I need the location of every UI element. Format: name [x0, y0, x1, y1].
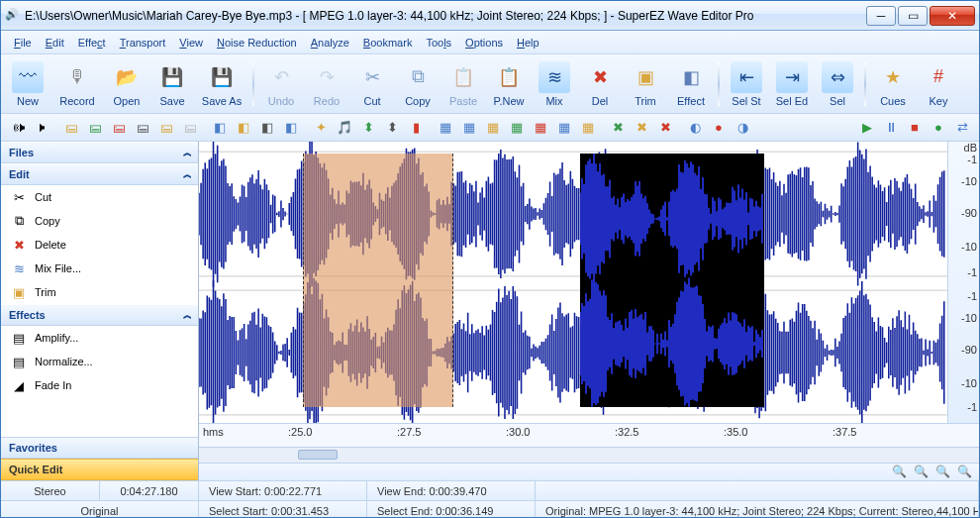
sidebar-item-copy[interactable]: ⧉Copy: [1, 209, 198, 233]
pause-button[interactable]: ⏸: [880, 117, 902, 139]
tb-sel[interactable]: ⇔Sel: [817, 57, 858, 111]
tb-selst[interactable]: ⇤Sel St: [726, 57, 767, 111]
menu-noise[interactable]: Noise Reduction: [210, 35, 304, 51]
maximize-button[interactable]: ▭: [898, 6, 928, 26]
status-original: Original: [1, 501, 199, 518]
ts-e2[interactable]: ▦: [458, 117, 480, 139]
toolbar-small: 🕪 🕨 🖴 🖴 🖴 🖴 🖴 🖴 ◧ ◧ ◧ ◧ ✦ 🎵 ⬍ ⬍ ▮ ▦ ▦ ▦ …: [1, 114, 979, 142]
menu-edit[interactable]: Edit: [39, 35, 71, 51]
menu-effect[interactable]: Effect: [71, 35, 113, 51]
sidebar-item-normalize[interactable]: ▤Normalize...: [1, 350, 198, 373]
ts-fx4[interactable]: ⬍: [381, 117, 403, 139]
play-button[interactable]: ▶: [856, 117, 878, 139]
ts-fx2[interactable]: 🎵: [334, 117, 355, 139]
scroll-thumb[interactable]: [298, 450, 338, 460]
tb-paste[interactable]: 📋Paste: [442, 57, 484, 111]
tb-pnew[interactable]: 📋P.New: [488, 57, 530, 111]
tb-undo[interactable]: ↶Undo: [260, 57, 302, 111]
ts-x3[interactable]: ✖: [654, 117, 676, 139]
tb-record[interactable]: 🎙Record: [52, 57, 102, 111]
tb-new[interactable]: 〰New: [7, 57, 49, 111]
zoom-all-button[interactable]: 🔍: [957, 465, 975, 480]
status-viewstart: View Start: 0:00:22.771: [199, 481, 367, 500]
ts-dev5[interactable]: 🖴: [155, 117, 177, 139]
ts-fx3[interactable]: ⬍: [357, 117, 379, 139]
menubar: File Edit Effect Transport View Noise Re…: [1, 31, 979, 54]
minimize-button[interactable]: ─: [866, 6, 896, 26]
zoom-sel-button[interactable]: 🔍: [935, 465, 953, 480]
ts-e3[interactable]: ▦: [482, 117, 504, 139]
zoom-in-button[interactable]: 🔍: [892, 465, 910, 480]
ts-m3[interactable]: ◑: [732, 117, 753, 139]
play2-button[interactable]: ●: [928, 117, 949, 139]
ts-e6[interactable]: ▦: [553, 117, 575, 139]
ts-misc3[interactable]: ◧: [256, 117, 278, 139]
sidebar-item-cut[interactable]: ✂Cut: [1, 185, 198, 209]
tb-trim[interactable]: ▣Trim: [625, 57, 666, 111]
tb-save[interactable]: 💾Save: [151, 57, 193, 111]
tb-copy[interactable]: ⧉Copy: [397, 57, 439, 111]
sidebar-effects-header[interactable]: Effects︽: [1, 304, 198, 326]
sidebar-item-delete[interactable]: ✖Delete: [1, 233, 198, 257]
loop-button[interactable]: ⇄: [951, 117, 973, 139]
ts-e1[interactable]: ▦: [435, 117, 456, 139]
ts-x1[interactable]: ✖: [607, 117, 629, 139]
sidebar-item-trim[interactable]: ▣Trim: [1, 280, 198, 304]
tb-cues[interactable]: ★Cues: [872, 57, 914, 111]
tb-mix[interactable]: ≋Mix: [534, 57, 575, 111]
horizontal-scrollbar[interactable]: [199, 447, 979, 463]
ts-speaker-off[interactable]: 🕨: [31, 117, 52, 139]
menu-bookmark[interactable]: Bookmark: [356, 35, 420, 51]
menu-view[interactable]: View: [172, 35, 210, 51]
ts-speaker-on[interactable]: 🕪: [7, 117, 29, 139]
menu-help[interactable]: Help: [510, 35, 546, 51]
ts-dev1[interactable]: 🖴: [60, 117, 82, 139]
menu-analyze[interactable]: Analyze: [304, 35, 356, 51]
ts-misc2[interactable]: ◧: [233, 117, 254, 139]
ts-dev6[interactable]: 🖴: [179, 117, 201, 139]
ts-misc1[interactable]: ◧: [209, 117, 231, 139]
sidebar-item-fadein[interactable]: ◢Fade In: [1, 373, 198, 397]
menu-tools[interactable]: Tools: [419, 35, 458, 51]
ts-x2[interactable]: ✖: [631, 117, 652, 139]
sidebar-item-mix[interactable]: ≋Mix File...: [1, 257, 198, 280]
zoom-out-button[interactable]: 🔍: [914, 465, 931, 480]
mix-icon: ≋: [11, 260, 27, 276]
tb-del[interactable]: ✖Del: [579, 57, 621, 111]
tb-saveas[interactable]: 💾Save As: [197, 57, 246, 111]
ts-e5[interactable]: ▦: [530, 117, 551, 139]
wave-panel[interactable]: dB -1 -10 -90 -10 -1 -1 -10 -90 -10 -1: [199, 142, 979, 423]
tb-open[interactable]: 📂Open: [106, 57, 147, 111]
ts-e4[interactable]: ▦: [506, 117, 528, 139]
menu-file[interactable]: File: [7, 35, 39, 51]
amplify-icon: ▤: [11, 330, 27, 346]
ts-misc4[interactable]: ◧: [280, 117, 302, 139]
sidebar-quickedit[interactable]: Quick Edit: [1, 459, 198, 480]
tb-cut[interactable]: ✂Cut: [351, 57, 393, 111]
ts-dev4[interactable]: 🖴: [132, 117, 153, 139]
close-button[interactable]: ✕: [930, 6, 975, 26]
ts-fx1[interactable]: ✦: [310, 117, 332, 139]
sidebar-item-amplify[interactable]: ▤Amplify...: [1, 326, 198, 350]
sidebar-favorites[interactable]: Favorites: [1, 437, 198, 459]
menu-transport[interactable]: Transport: [113, 35, 173, 51]
status-viewend: View End: 0:00:39.470: [367, 481, 536, 500]
time-ruler[interactable]: hms :25.0 :27.5 :30.0 :32.5 :35.0 :37.5: [199, 423, 979, 447]
status-channels: Stereo: [1, 481, 100, 500]
tb-seled[interactable]: ⇥Sel Ed: [771, 57, 813, 111]
ts-dev3[interactable]: 🖴: [108, 117, 130, 139]
app-icon: 🔊: [5, 8, 21, 24]
ts-dev2[interactable]: 🖴: [84, 117, 106, 139]
sidebar-edit-header[interactable]: Edit︽: [1, 163, 198, 185]
trim-icon: ▣: [11, 284, 27, 300]
tb-key[interactable]: #Key: [918, 57, 959, 111]
tb-redo[interactable]: ↷Redo: [306, 57, 347, 111]
sidebar-files-header[interactable]: Files︽: [1, 142, 198, 163]
stop-button[interactable]: ■: [904, 117, 926, 139]
ts-m2[interactable]: ●: [708, 117, 730, 139]
ts-fx5[interactable]: ▮: [405, 117, 427, 139]
menu-options[interactable]: Options: [458, 35, 510, 51]
ts-m1[interactable]: ◐: [684, 117, 706, 139]
tb-effect[interactable]: ◧Effect: [670, 57, 712, 111]
ts-e7[interactable]: ▦: [577, 117, 599, 139]
